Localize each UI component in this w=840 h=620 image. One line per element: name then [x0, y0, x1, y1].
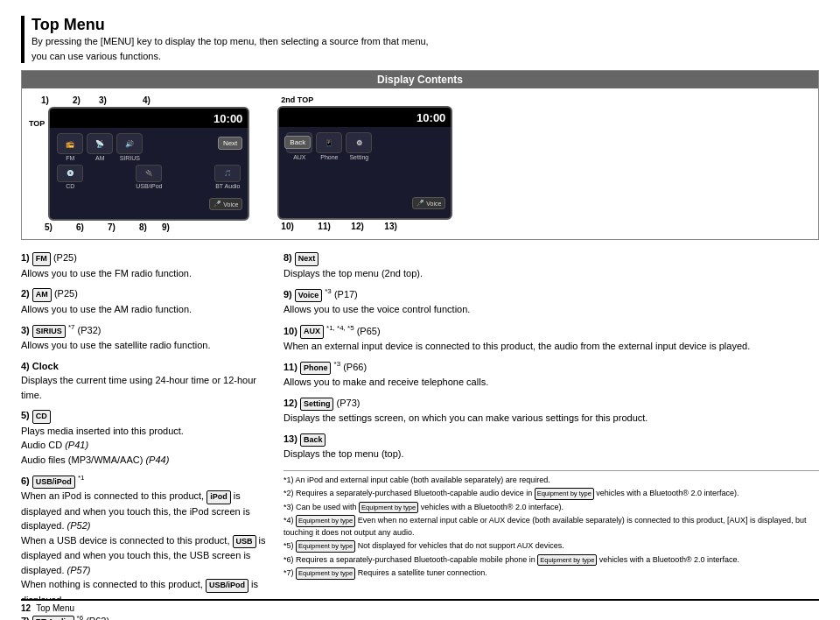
footnote-5-text: Not displayed for vehicles that do not s…	[358, 541, 564, 550]
fm-icon-btn[interactable]: 📻 FM	[57, 133, 83, 161]
item-12: 12) Setting (P73) Displays the settings …	[284, 396, 819, 426]
item-12-ref: (P73)	[337, 398, 360, 408]
footnote-1-num: *1)	[284, 476, 296, 484]
main-time: 10:00	[214, 112, 242, 125]
num-label-3: 3)	[99, 95, 143, 105]
item-3-ref: (P32)	[78, 325, 102, 335]
phone-icon-btn[interactable]: 📱 Phone	[316, 132, 342, 160]
main-screen-topbar: 10:00	[50, 109, 248, 128]
num-label-8: 8)	[139, 222, 162, 232]
item-3-badge: SIRIUS	[32, 325, 66, 339]
footnote-3-num: *3)	[284, 503, 296, 511]
bt-icon[interactable]: 🎵	[214, 165, 241, 182]
am-label: AM	[95, 155, 105, 161]
item-10-ref: (P65)	[357, 325, 381, 335]
bottom-number-row: 5) 6) 7) 8) 9)	[45, 222, 249, 232]
equip-badge-3: Equipment by type	[359, 502, 418, 513]
second-voice-button[interactable]: 🎤 Voice	[412, 197, 445, 209]
item-2-badge: AM	[32, 288, 52, 302]
back-button[interactable]: Back	[284, 136, 311, 149]
item-8-desc: Displays the top menu (2nd top).	[284, 268, 423, 278]
second-screen-topbar: 10:00	[279, 108, 451, 127]
sirius-icon[interactable]: 🔊	[116, 133, 143, 154]
item-3-desc: Allows you to use the satellite radio fu…	[21, 340, 210, 350]
footer-page-num: 12	[21, 603, 31, 613]
item-6-desc1: When an iPod is connected to this produc…	[21, 490, 250, 531]
fm-icon[interactable]: 📻	[57, 133, 83, 154]
item-4: 4) Clock Displays the current time using…	[21, 359, 266, 403]
num-label-7: 7)	[108, 222, 139, 232]
cd-label: CD	[66, 183, 74, 189]
item-4-desc: Displays the current time using 24-hour …	[21, 375, 256, 400]
item-6-num: 6)	[21, 476, 30, 486]
usb-label: USB/iPod	[136, 183, 162, 189]
main-bottom-row: 💿 CD 🔌 USB/iPod 🎵	[50, 163, 248, 191]
footnote-5: *5) Equipment by type Not displayed for …	[284, 540, 819, 553]
am-icon-btn[interactable]: 📡 AM	[87, 133, 113, 161]
item-1-badge: FM	[32, 252, 51, 266]
phone-icon[interactable]: 📱	[316, 132, 342, 153]
footnote-6: *6) Requires a separately-purchased Blue…	[284, 554, 819, 567]
footnote-2-num: *2)	[284, 489, 296, 497]
item-11-num: 11)	[284, 362, 298, 372]
right-column: 8) Next Displays the top menu (2nd top).…	[284, 250, 819, 620]
item-1-desc: Allows you to use the FM radio function.	[21, 268, 192, 278]
usb-btn[interactable]: 🔌 USB/iPod	[136, 165, 162, 189]
footnote-6-num: *6)	[284, 555, 296, 564]
footnote-3-text: Can be used with Equipment by type vehic…	[296, 503, 564, 511]
item-2-num: 2)	[21, 288, 30, 299]
cd-icon[interactable]: 💿	[57, 165, 83, 182]
second-number-row: 10) 11) 12) 13)	[281, 222, 452, 231]
num-label-6: 6)	[76, 222, 108, 232]
item-2-desc: Allows you to use the AM radio function.	[21, 304, 192, 314]
setting-icon-btn[interactable]: ⚙ Setting	[346, 132, 372, 160]
setting-icon[interactable]: ⚙	[346, 132, 372, 153]
bt-btn[interactable]: 🎵 BT Audio	[214, 165, 241, 189]
item-3-num: 3)	[21, 325, 30, 335]
item-13-desc: Displays the top menu (top).	[284, 448, 404, 459]
item-10-sup: *1, *4, *5	[326, 324, 354, 332]
item-3: 3) SIRIUS *7 (P32) Allows you to use the…	[21, 322, 266, 353]
item-9-ref: (P17)	[334, 289, 358, 299]
main-content: 1) FM (P25) Allows you to use the FM rad…	[21, 250, 819, 620]
next-button[interactable]: Next	[218, 137, 242, 150]
am-icon[interactable]: 📡	[87, 133, 113, 154]
equip-badge-6: Equipment by type	[537, 554, 597, 566]
voice-label: Voice	[223, 201, 238, 208]
phone-label: Phone	[320, 154, 338, 160]
item-6-sup: *1	[78, 474, 85, 482]
item-9-sup: *3	[325, 287, 332, 295]
page-title-box: Top Menu By pressing the [MENU] key to d…	[21, 16, 819, 63]
second-screen: 10:00 AUX AUX 📱 Phone	[277, 106, 452, 220]
display-contents-box: Display Contents 1) 2) 3) 4) TOP 10:00	[21, 70, 819, 240]
top-screen-with-label: TOP 10:00 📻 FM	[29, 107, 249, 221]
main-icons-row: 📻 FM 📡 AM 🔊	[50, 128, 248, 163]
item-7-badge: BT Audio	[32, 616, 74, 620]
second-voice-label: Voice	[426, 201, 441, 207]
footnotes: *1) An iPod and external input cable (bo…	[284, 470, 819, 580]
page-subtitle-line1: By pressing the [MENU] key to display th…	[32, 34, 819, 49]
footnote-2-text: Requires a separately-purchased Bluetoot…	[296, 489, 739, 497]
equip-badge-2: Equipment by type	[535, 488, 594, 499]
item-12-num: 12)	[284, 398, 298, 408]
item-13-num: 13)	[284, 433, 298, 444]
footnote-1-text: An iPod and external input cable (both a…	[296, 476, 550, 484]
equip-badge-4: Equipment by type	[296, 515, 355, 526]
cd-btn[interactable]: 💿 CD	[57, 165, 83, 189]
footnote-3: *3) Can be used with Equipment by type v…	[284, 502, 819, 514]
voice-button[interactable]: 🎤 Voice	[209, 198, 242, 210]
item-2: 2) AM (P25) Allows you to use the AM rad…	[21, 286, 266, 316]
usb-ipod-badge: USB/iPod	[206, 579, 248, 593]
sirius-icon-btn[interactable]: 🔊 SIRIUS	[116, 133, 143, 161]
item-11-sup: *3	[334, 360, 341, 368]
num-label-13: 13)	[384, 222, 396, 231]
item-5-extra2: Audio files (MP3/WMA/AAC) (P44)	[21, 454, 169, 465]
footnote-2: *2) Requires a separately-purchased Blue…	[284, 488, 819, 500]
item-11: 11) Phone *3 (P66) Allows you to make an…	[284, 359, 819, 390]
item-7: 7) BT Audio *6 (P62) When a Bluetooth-ca…	[21, 613, 266, 620]
item-4-num: 4)	[21, 361, 30, 371]
usb-icon[interactable]: 🔌	[136, 165, 162, 182]
item-10-num: 10)	[284, 325, 298, 335]
footer-title: Top Menu	[36, 603, 74, 613]
aux-label: AUX	[293, 154, 305, 160]
